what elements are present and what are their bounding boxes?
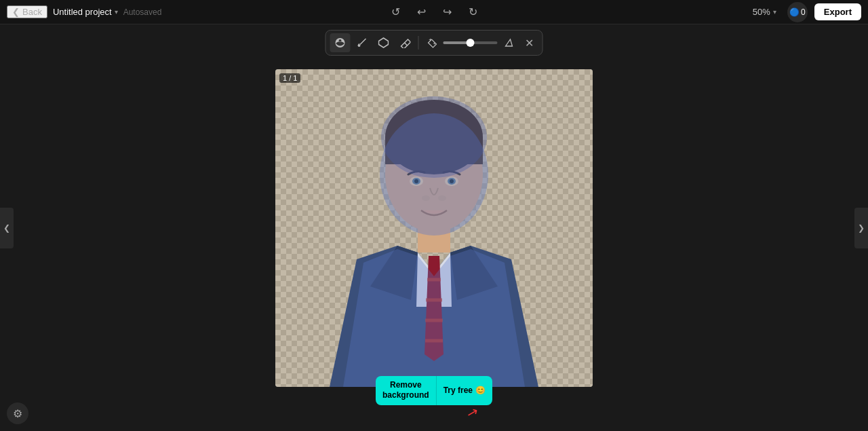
notification-icon: 🔵: [789, 7, 800, 17]
main-canvas-area: ❮: [0, 24, 868, 431]
arrow-indicator: ↗: [465, 402, 481, 421]
brush-size-slider[interactable]: [443, 41, 498, 44]
image-index-tag: 1 / 1: [279, 73, 300, 83]
prev-image-button[interactable]: ❮: [0, 208, 14, 248]
remove-line2: background: [382, 390, 429, 400]
try-free-label: Try free: [443, 386, 473, 395]
settings-icon: ⚙: [13, 407, 22, 420]
settings-button[interactable]: ⚙: [7, 402, 28, 424]
back-button[interactable]: ❮ Back: [7, 5, 47, 18]
export-label: Export: [824, 7, 852, 17]
export-button[interactable]: Export: [814, 3, 861, 20]
canvas-image-container[interactable]: 1 / 1: [275, 69, 593, 387]
project-title[interactable]: Untitled project ▾: [53, 7, 118, 17]
select-tool-button[interactable]: [330, 33, 351, 52]
right-arrow-icon: ❯: [858, 223, 865, 233]
zoom-chevron-icon: ▾: [773, 8, 776, 16]
svg-point-19: [381, 96, 487, 178]
top-bar-right: 50% ▾ 🔵 0 Export: [749, 2, 861, 22]
toolbar-divider: [418, 36, 419, 50]
brush-tool-button[interactable]: [352, 33, 372, 52]
eraser-tool-button[interactable]: [395, 33, 416, 52]
top-bar: ❮ Back Untitled project ▾ Autosaved ↺ ↩ …: [0, 0, 868, 24]
history-controls: ↺ ↩ ↪ ↻: [386, 3, 482, 22]
zoom-level: 50%: [753, 7, 770, 17]
remove-background-button[interactable]: Remove background: [376, 376, 436, 405]
back-chevron-icon: ❮: [12, 7, 20, 17]
notification-count: 0: [801, 7, 806, 17]
undo-button[interactable]: ↩: [412, 3, 431, 22]
next-image-button[interactable]: ❯: [854, 208, 868, 248]
refresh-button[interactable]: ↻: [463, 3, 482, 22]
portrait-svg: [275, 69, 593, 387]
remove-background-popup: Remove background Try free 😊 ↗: [376, 376, 492, 405]
autosaved-label: Autosaved: [123, 7, 162, 17]
try-free-icon: 😊: [475, 386, 486, 395]
left-arrow-icon: ❮: [3, 223, 10, 233]
close-toolbar-button[interactable]: ✕: [521, 34, 538, 52]
floating-toolbar: ✕: [326, 30, 543, 56]
back-label: Back: [22, 7, 42, 17]
redo-button[interactable]: ↪: [437, 3, 456, 22]
send-to-back-button[interactable]: [499, 33, 519, 52]
svg-marker-0: [379, 38, 389, 48]
notification-button[interactable]: 🔵 0: [787, 2, 808, 22]
chevron-down-icon: ▾: [115, 8, 118, 16]
reset-button[interactable]: ↺: [386, 3, 405, 22]
remove-line1: Remove: [390, 380, 422, 390]
zoom-control[interactable]: 50% ▾: [749, 5, 781, 18]
polygon-tool-button[interactable]: [374, 33, 394, 52]
magic-select-button[interactable]: [422, 33, 442, 52]
try-free-button[interactable]: Try free 😊: [436, 376, 492, 405]
